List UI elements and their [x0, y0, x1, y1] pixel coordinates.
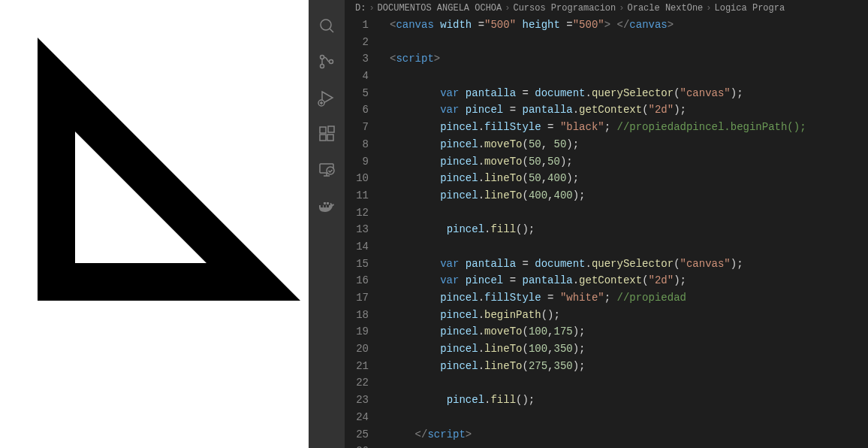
- chevron-right-icon: ›: [369, 3, 374, 14]
- code-line[interactable]: [379, 443, 868, 448]
- code-line[interactable]: pincel.lineTo(400,400);: [379, 187, 868, 204]
- svg-rect-9: [327, 135, 333, 141]
- line-number: 19: [345, 323, 369, 341]
- chevron-right-icon: ›: [505, 3, 510, 14]
- line-number: 12: [345, 204, 369, 222]
- breadcrumb-part[interactable]: Cursos Programacion: [513, 3, 616, 14]
- line-number: 22: [345, 374, 369, 392]
- line-number: 16: [345, 272, 369, 289]
- code-line[interactable]: [379, 374, 868, 392]
- line-number: 21: [345, 358, 369, 375]
- svg-point-12: [327, 167, 334, 174]
- code-line[interactable]: pincel.moveTo(50, 50);: [379, 136, 868, 153]
- breadcrumb-part[interactable]: D:: [355, 3, 366, 14]
- breadcrumb-part[interactable]: Oracle NextOne: [627, 3, 703, 14]
- code-area[interactable]: 1 2 3 4 5 6 7 8 9 10 11 12 13 14 15 16 1…: [345, 17, 868, 448]
- svg-rect-7: [320, 127, 326, 133]
- code-line[interactable]: pincel.lineTo(50,400);: [379, 170, 868, 187]
- code-line[interactable]: var pantalla = document.querySelector("c…: [379, 85, 868, 102]
- code-line[interactable]: pincel.fill();: [379, 392, 868, 409]
- line-number: 17: [345, 289, 369, 307]
- code-line[interactable]: pincel.moveTo(100,175);: [379, 323, 868, 341]
- code-line[interactable]: var pincel = pantalla.getContext("2d");: [379, 101, 868, 119]
- line-number: 11: [345, 187, 369, 204]
- run-debug-icon[interactable]: [309, 80, 345, 116]
- line-number: 4: [345, 68, 369, 85]
- breadcrumb[interactable]: D:› DOCUMENTOS ANGELA OCHOA› Cursos Prog…: [345, 0, 868, 17]
- code-line[interactable]: pincel.lineTo(275,350);: [379, 358, 868, 375]
- svg-point-4: [330, 60, 333, 64]
- svg-point-3: [321, 65, 324, 68]
- code-line[interactable]: <script>: [379, 50, 868, 68]
- code-line[interactable]: pincel.lineTo(100,350);: [379, 341, 868, 358]
- line-number: 7: [345, 119, 369, 136]
- svg-rect-10: [328, 126, 334, 132]
- line-number: 24: [345, 409, 369, 426]
- code-line[interactable]: </script>: [379, 426, 868, 443]
- breadcrumb-part[interactable]: Logica Progra: [715, 3, 785, 14]
- line-number: 3: [345, 50, 369, 68]
- line-number: 1: [345, 17, 369, 34]
- code-line[interactable]: [379, 204, 868, 222]
- line-number: 2: [345, 34, 369, 51]
- code-line[interactable]: var pincel = pantalla.getContext("2d");: [379, 272, 868, 289]
- activity-bar: [309, 0, 345, 448]
- code-line[interactable]: [379, 409, 868, 426]
- line-number: 10: [345, 170, 369, 187]
- code-line[interactable]: pincel.moveTo(50,50);: [379, 153, 868, 171]
- docker-icon[interactable]: [309, 188, 345, 224]
- line-number: 26: [345, 443, 369, 448]
- code-line[interactable]: [379, 68, 868, 85]
- code-line[interactable]: pincel.fill();: [379, 221, 868, 238]
- line-number: 23: [345, 392, 369, 409]
- svg-point-2: [321, 56, 324, 59]
- chevron-right-icon: ›: [706, 3, 711, 14]
- editor-pane: D:› DOCUMENTOS ANGELA OCHOA› Cursos Prog…: [309, 0, 868, 448]
- code-line[interactable]: pincel.fillStyle = "black"; //propiedadp…: [379, 119, 868, 136]
- line-number: 8: [345, 136, 369, 153]
- line-number: 14: [345, 238, 369, 256]
- extensions-icon[interactable]: [309, 116, 345, 152]
- line-number: 6: [345, 101, 369, 119]
- canvas-rendering: [0, 0, 309, 448]
- line-number: 9: [345, 153, 369, 171]
- code-line[interactable]: pincel.fillStyle = "white"; //propiedad: [379, 289, 868, 307]
- breadcrumb-part[interactable]: DOCUMENTOS ANGELA OCHOA: [378, 3, 502, 14]
- line-number-gutter: 1 2 3 4 5 6 7 8 9 10 11 12 13 14 15 16 1…: [345, 17, 379, 448]
- code-line[interactable]: [379, 34, 868, 51]
- source-control-icon[interactable]: [309, 44, 345, 80]
- chevron-right-icon: ›: [619, 3, 624, 14]
- line-number: 13: [345, 221, 369, 238]
- svg-line-1: [330, 29, 333, 32]
- code-line[interactable]: [379, 238, 868, 256]
- code-line[interactable]: pincel.beginPath();: [379, 307, 868, 324]
- svg-point-0: [321, 20, 331, 30]
- line-number: 5: [345, 85, 369, 102]
- line-number: 20: [345, 341, 369, 358]
- search-icon[interactable]: [309, 8, 345, 44]
- code-line[interactable]: var pantalla = document.querySelector("c…: [379, 256, 868, 273]
- line-number: 18: [345, 307, 369, 324]
- svg-rect-8: [320, 135, 326, 141]
- remote-explorer-icon[interactable]: [309, 152, 345, 188]
- editor-main: D:› DOCUMENTOS ANGELA OCHOA› Cursos Prog…: [345, 0, 868, 448]
- line-number: 25: [345, 426, 369, 443]
- line-number: 15: [345, 256, 369, 273]
- canvas-output-pane: [0, 0, 309, 448]
- code-line[interactable]: <canvas width ="500" height ="500"> </ca…: [379, 17, 868, 34]
- code-content[interactable]: <canvas width ="500" height ="500"> </ca…: [379, 17, 868, 448]
